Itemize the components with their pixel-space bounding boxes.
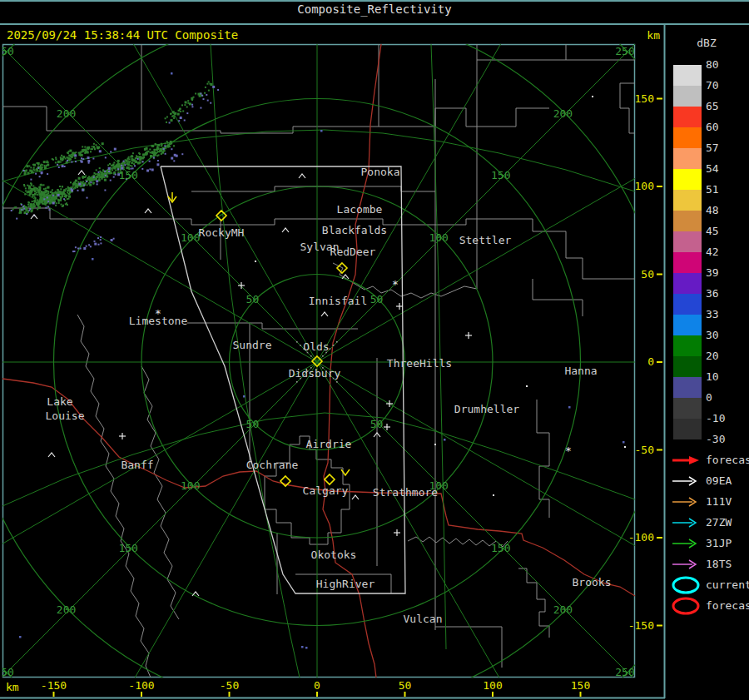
colorbar-swatch — [673, 398, 702, 419]
city-label: Stettler — [459, 234, 512, 246]
city-label: Hanna — [564, 365, 597, 377]
dot-symbol — [444, 439, 446, 441]
ring-distance-label: 50 — [246, 418, 260, 430]
colorbar-swatch — [673, 211, 702, 231]
axis-label: 50 — [399, 679, 412, 692]
caret-symbol — [31, 215, 37, 219]
colorbar-swatch — [673, 231, 702, 252]
city-label: Blackfalds — [322, 224, 387, 236]
dot-symbol — [434, 444, 436, 445]
ring-distance-label: 250 — [0, 45, 14, 57]
axis-label: 100 — [635, 180, 654, 192]
colorbar-label: 51 — [706, 183, 719, 196]
colorbar-swatch — [673, 335, 702, 356]
colorbar-swatch — [673, 419, 702, 439]
county-boundary — [333, 263, 477, 298]
graticule-line — [431, 44, 446, 649]
ring-distance-label: 100 — [181, 479, 200, 492]
axis-label: -150 — [41, 679, 67, 692]
city-label-layer: PonokaLacombeBlackfaldsSylvanRedDeerStet… — [46, 166, 612, 625]
colorbar-swatch — [673, 356, 702, 377]
dot-symbol — [526, 385, 528, 387]
city-label: Limestone — [129, 315, 188, 327]
county-boundary — [435, 627, 502, 668]
legend-label: 18TS — [706, 558, 732, 570]
dot-symbol — [171, 72, 173, 75]
colorbar-label: -30 — [706, 433, 725, 445]
dot-symbol — [568, 406, 571, 409]
county-boundary — [191, 186, 435, 191]
colorbar-swatch — [673, 190, 702, 211]
ring-distance-label: 50 — [246, 293, 260, 305]
asterisk-symbol: * — [565, 444, 572, 457]
ring-distance-label: 100 — [429, 231, 448, 244]
dot-symbol — [255, 261, 256, 262]
city-label: Louise — [46, 410, 85, 422]
city-label: Calgary — [303, 484, 349, 497]
county-boundary — [477, 44, 635, 60]
caret-symbol — [321, 312, 328, 316]
county-boundary — [379, 108, 549, 127]
dot-symbol — [592, 96, 593, 97]
axis-label: 50 — [641, 268, 654, 280]
colorbar-label: -10 — [706, 412, 725, 424]
caret-symbol — [145, 209, 151, 213]
colorbar-swatch — [673, 273, 702, 294]
city-label: Vulcan — [404, 613, 443, 625]
axis-label: -100 — [128, 679, 154, 692]
caret-symbol — [299, 174, 305, 178]
colorbar-label: 54 — [706, 162, 719, 175]
colorbar-label: 30 — [706, 329, 719, 341]
colorbar-swatch — [673, 169, 702, 190]
county-boundary — [537, 400, 549, 518]
axis-label: -150 — [628, 619, 654, 632]
legend-label: 09EA — [706, 474, 732, 487]
ring-distance-label: 150 — [118, 169, 137, 181]
city-label: RedDeer — [330, 246, 376, 258]
map-content: 5050505010010010010015015015015020020020… — [0, 0, 749, 700]
dot-symbol — [92, 258, 94, 261]
axis-label: -50 — [220, 679, 239, 692]
legend-label: forecast — [706, 454, 749, 466]
city-label: Banff — [121, 459, 153, 471]
radar-application-window: Composite_Reflectivity 2025/09/24 15:38:… — [0, 0, 749, 700]
ring-distance-label: 100 — [181, 231, 200, 244]
radar-display: 5050505010010010010015015015015020020020… — [0, 0, 749, 700]
colorbar-label: 48 — [706, 204, 719, 216]
colorbar-label: 39 — [706, 266, 719, 279]
colorbar-label: 65 — [706, 100, 719, 112]
axis-label: 0 — [647, 355, 654, 368]
legend-label: current — [706, 578, 749, 591]
colorbar: dBZ807065605754514845423936333020100-10-… — [673, 37, 725, 445]
colorbar-swatch — [673, 65, 702, 86]
ring-distance-label: 50 — [370, 418, 384, 430]
city-label: Brooks — [573, 576, 612, 588]
ring-distance-label: 150 — [491, 169, 510, 181]
radial-line — [317, 0, 650, 362]
city-label: HighRiver — [316, 578, 375, 590]
ring-distance-label: 200 — [57, 107, 76, 120]
colorbar-swatch — [673, 107, 702, 127]
colorbar-label: 42 — [706, 246, 719, 258]
ring-distance-label: 200 — [57, 603, 76, 616]
caret-symbol — [352, 495, 359, 499]
city-label: Sundre — [233, 339, 272, 351]
ring-distance-label: 50 — [370, 293, 384, 305]
city-label: Lake — [47, 395, 72, 408]
dot-symbol — [320, 130, 323, 132]
colorbar-label: 10 — [706, 370, 719, 383]
colorbar-swatch — [673, 377, 702, 398]
colorbar-swatch — [673, 148, 702, 169]
ring-distance-label: 150 — [491, 542, 510, 554]
axis-label: 100 — [483, 679, 502, 692]
colorbar-label: 0 — [706, 391, 712, 404]
ring-distance-label: 250 — [0, 666, 14, 678]
city-label: Strathmore — [373, 486, 438, 499]
ring-distance-label: 200 — [553, 107, 573, 120]
colorbar-label: 70 — [706, 79, 719, 92]
city-label: Lacombe — [337, 203, 383, 216]
county-boundary — [620, 83, 635, 133]
colorbar-swatch — [673, 127, 702, 148]
legend-ellipse — [673, 578, 698, 593]
colorbar-swatch — [673, 86, 702, 107]
